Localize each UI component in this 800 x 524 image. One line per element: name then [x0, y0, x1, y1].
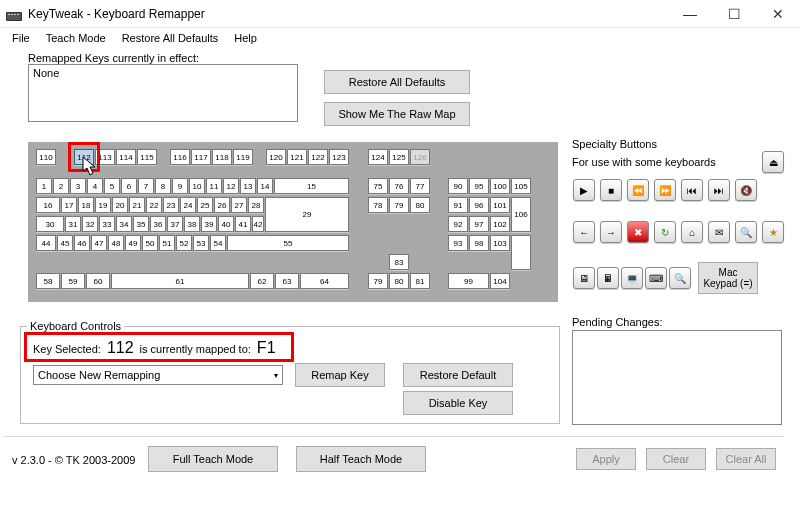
search-button[interactable]: 🔍 — [735, 221, 757, 243]
key-38[interactable]: 38 — [184, 216, 200, 232]
key-30[interactable]: 30 — [36, 216, 64, 232]
key-25[interactable]: 25 — [197, 197, 213, 213]
key-27[interactable]: 27 — [231, 197, 247, 213]
media-play-button[interactable]: ▶ — [573, 179, 595, 201]
key-9[interactable]: 9 — [172, 178, 188, 194]
key-24[interactable]: 24 — [180, 197, 196, 213]
key-23[interactable]: 23 — [163, 197, 179, 213]
key-58[interactable]: 58 — [36, 273, 60, 289]
key-83[interactable]: 83 — [389, 254, 409, 270]
media-next-button[interactable]: ⏭ — [708, 179, 730, 201]
mail-button[interactable]: ✉ — [708, 221, 730, 243]
key-91[interactable]: 91 — [448, 197, 468, 213]
key-102[interactable]: 102 — [490, 216, 510, 232]
menu-file[interactable]: File — [4, 30, 38, 46]
explorer-button[interactable]: 💻 — [621, 267, 643, 289]
forward-button[interactable]: → — [600, 221, 622, 243]
key-99[interactable]: 99 — [448, 273, 489, 289]
back-button[interactable]: ← — [573, 221, 595, 243]
key-75[interactable]: 75 — [368, 178, 388, 194]
key-60[interactable]: 60 — [86, 273, 110, 289]
remap-key-button[interactable]: Remap Key — [295, 363, 385, 387]
key-33[interactable]: 33 — [99, 216, 115, 232]
media-prev-button[interactable]: ⏮ — [681, 179, 703, 201]
key-98[interactable]: 98 — [469, 235, 489, 251]
zoom-button[interactable]: 🔍 — [669, 267, 691, 289]
key-123[interactable]: 123 — [329, 149, 349, 165]
key-12[interactable]: 12 — [223, 178, 239, 194]
key-45[interactable]: 45 — [57, 235, 73, 251]
key-36[interactable]: 36 — [150, 216, 166, 232]
window-minimize-button[interactable]: — — [668, 0, 712, 28]
key-106[interactable]: 106 — [511, 197, 531, 232]
key-29[interactable]: 29 — [265, 197, 349, 232]
key-120[interactable]: 120 — [266, 149, 286, 165]
key-80b[interactable]: 80 — [389, 273, 409, 289]
key-62[interactable]: 62 — [250, 273, 274, 289]
key-96[interactable]: 96 — [469, 197, 489, 213]
key-95[interactable]: 95 — [469, 178, 489, 194]
key-101[interactable]: 101 — [490, 197, 510, 213]
half-teach-mode-button[interactable]: Half Teach Mode — [296, 446, 426, 472]
key-97[interactable]: 97 — [469, 216, 489, 232]
keyboard-button[interactable]: ⌨ — [645, 267, 667, 289]
favorites-button[interactable]: ★ — [762, 221, 784, 243]
key-77[interactable]: 77 — [410, 178, 430, 194]
key-121[interactable]: 121 — [287, 149, 307, 165]
remapped-keys-list[interactable]: None — [28, 64, 298, 122]
key-15[interactable]: 15 — [274, 178, 349, 194]
restore-all-defaults-button[interactable]: Restore All Defaults — [324, 70, 470, 94]
media-stop-button[interactable]: ■ — [600, 179, 622, 201]
key-6[interactable]: 6 — [121, 178, 137, 194]
key-26[interactable]: 26 — [214, 197, 230, 213]
key-112[interactable]: 112 — [74, 149, 94, 165]
key-44[interactable]: 44 — [36, 235, 56, 251]
key-122[interactable]: 122 — [308, 149, 328, 165]
key-110[interactable]: 110 — [36, 149, 56, 165]
key-19[interactable]: 19 — [95, 197, 111, 213]
key-37[interactable]: 37 — [167, 216, 183, 232]
mute-button[interactable]: 🔇 — [735, 179, 757, 201]
apply-button[interactable]: Apply — [576, 448, 636, 470]
key-78[interactable]: 78 — [368, 197, 388, 213]
key-39[interactable]: 39 — [201, 216, 217, 232]
key-115[interactable]: 115 — [137, 149, 157, 165]
key-93[interactable]: 93 — [448, 235, 468, 251]
key-55[interactable]: 55 — [227, 235, 349, 251]
eject-button[interactable]: ⏏ — [762, 151, 784, 173]
media-rewind-button[interactable]: ⏪ — [627, 179, 649, 201]
key-64[interactable]: 64 — [300, 273, 349, 289]
choose-remapping-dropdown[interactable]: Choose New Remapping ▾ — [33, 365, 283, 385]
key-10[interactable]: 10 — [189, 178, 205, 194]
stop-button[interactable]: ✖ — [627, 221, 649, 243]
key-46[interactable]: 46 — [74, 235, 90, 251]
key-8[interactable]: 8 — [155, 178, 171, 194]
refresh-button[interactable]: ↻ — [654, 221, 676, 243]
mac-keypad-button[interactable]: Mac Keypad (=) — [698, 262, 758, 294]
home-button[interactable]: ⌂ — [681, 221, 703, 243]
key-80[interactable]: 80 — [410, 197, 430, 213]
media-forward-button[interactable]: ⏩ — [654, 179, 676, 201]
key-118[interactable]: 118 — [212, 149, 232, 165]
key-28[interactable]: 28 — [248, 197, 264, 213]
key-13[interactable]: 13 — [240, 178, 256, 194]
calculator-button[interactable]: 🖩 — [597, 267, 619, 289]
key-53[interactable]: 53 — [193, 235, 209, 251]
key-48[interactable]: 48 — [108, 235, 124, 251]
clear-button[interactable]: Clear — [646, 448, 706, 470]
key-114[interactable]: 114 — [116, 149, 136, 165]
key-51[interactable]: 51 — [159, 235, 175, 251]
full-teach-mode-button[interactable]: Full Teach Mode — [148, 446, 278, 472]
key-41[interactable]: 41 — [235, 216, 251, 232]
key-117[interactable]: 117 — [191, 149, 211, 165]
key-31[interactable]: 31 — [65, 216, 81, 232]
key-42[interactable]: 42 — [252, 216, 264, 232]
key-105[interactable]: 105 — [511, 178, 531, 194]
key-50[interactable]: 50 — [142, 235, 158, 251]
clear-all-button[interactable]: Clear All — [716, 448, 776, 470]
key-34[interactable]: 34 — [116, 216, 132, 232]
key-40[interactable]: 40 — [218, 216, 234, 232]
key-22[interactable]: 22 — [146, 197, 162, 213]
key-7[interactable]: 7 — [138, 178, 154, 194]
key-54[interactable]: 54 — [210, 235, 226, 251]
